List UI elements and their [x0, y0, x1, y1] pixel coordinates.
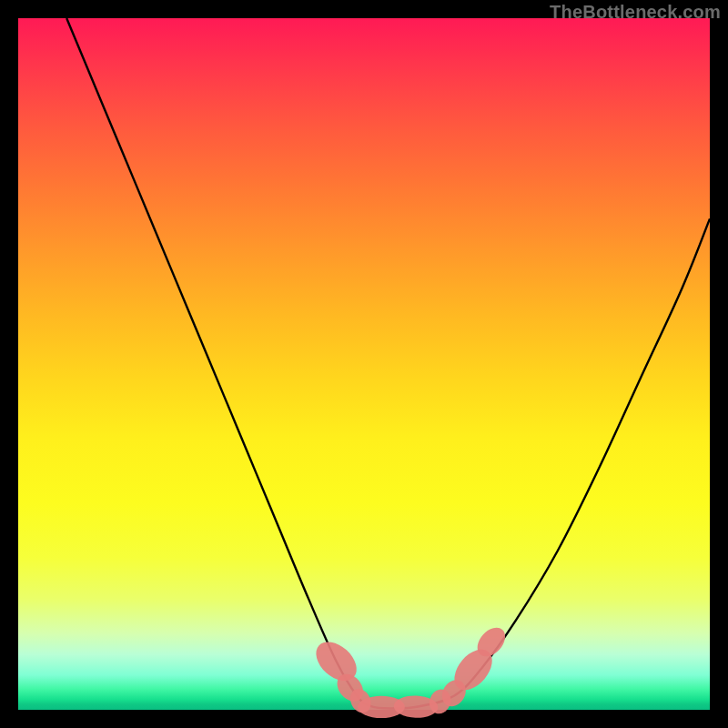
chart-frame: TheBottleneck.com	[0, 0, 728, 728]
chart-svg	[18, 18, 710, 710]
curve-markers	[308, 622, 511, 719]
bottleneck-curve-path	[66, 18, 710, 708]
bottleneck-curve	[66, 18, 710, 708]
watermark-text: TheBottleneck.com	[550, 2, 721, 23]
